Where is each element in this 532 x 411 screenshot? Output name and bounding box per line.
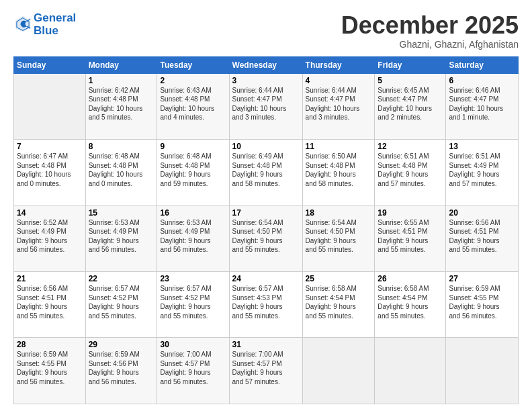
- day-cell: 25Sunrise: 6:58 AM Sunset: 4:54 PM Dayli…: [302, 272, 375, 338]
- day-info: Sunrise: 6:53 AM Sunset: 4:49 PM Dayligh…: [160, 218, 226, 255]
- day-info: Sunrise: 6:52 AM Sunset: 4:49 PM Dayligh…: [17, 218, 83, 255]
- day-cell: 6Sunrise: 6:46 AM Sunset: 4:47 PM Daylig…: [446, 73, 519, 139]
- day-cell: 10Sunrise: 6:49 AM Sunset: 4:48 PM Dayli…: [229, 140, 302, 205]
- title-block: December 2025 Ghazni, Ghazni, Afghanista…: [341, 12, 519, 50]
- day-header-sunday: Sunday: [14, 56, 86, 73]
- day-header-monday: Monday: [85, 56, 157, 73]
- week-row-5: 28Sunrise: 6:59 AM Sunset: 4:55 PM Dayli…: [14, 338, 519, 404]
- day-number: 31: [232, 340, 300, 349]
- day-number: 9: [160, 142, 226, 151]
- day-info: Sunrise: 6:59 AM Sunset: 4:55 PM Dayligh…: [449, 284, 515, 320]
- day-number: 24: [232, 274, 300, 283]
- day-number: 1: [89, 76, 154, 85]
- day-header-friday: Friday: [375, 56, 446, 73]
- day-cell: 22Sunrise: 6:57 AM Sunset: 4:52 PM Dayli…: [85, 272, 157, 338]
- day-cell: 3Sunrise: 6:44 AM Sunset: 4:47 PM Daylig…: [229, 73, 302, 139]
- location: Ghazni, Ghazni, Afghanistan: [341, 39, 519, 50]
- day-number: 22: [89, 274, 154, 283]
- day-info: Sunrise: 6:58 AM Sunset: 4:54 PM Dayligh…: [306, 284, 372, 320]
- day-cell: [375, 338, 446, 404]
- day-info: Sunrise: 6:51 AM Sunset: 4:48 PM Dayligh…: [378, 152, 443, 188]
- calendar-table: SundayMondayTuesdayWednesdayThursdayFrid…: [13, 56, 519, 404]
- day-info: Sunrise: 6:58 AM Sunset: 4:54 PM Dayligh…: [378, 284, 443, 320]
- day-number: 20: [449, 208, 515, 218]
- day-info: Sunrise: 6:54 AM Sunset: 4:50 PM Dayligh…: [232, 218, 300, 255]
- day-cell: 26Sunrise: 6:58 AM Sunset: 4:54 PM Dayli…: [375, 272, 446, 338]
- day-info: Sunrise: 6:59 AM Sunset: 4:55 PM Dayligh…: [17, 350, 83, 386]
- day-cell: 11Sunrise: 6:50 AM Sunset: 4:48 PM Dayli…: [302, 140, 375, 205]
- day-info: Sunrise: 6:56 AM Sunset: 4:51 PM Dayligh…: [17, 284, 83, 320]
- day-number: 5: [378, 76, 443, 85]
- day-cell: 8Sunrise: 6:48 AM Sunset: 4:48 PM Daylig…: [85, 140, 157, 205]
- logo-line2: Blue: [34, 25, 76, 38]
- day-header-thursday: Thursday: [302, 56, 375, 73]
- day-cell: 18Sunrise: 6:54 AM Sunset: 4:50 PM Dayli…: [302, 205, 375, 271]
- day-info: Sunrise: 6:51 AM Sunset: 4:49 PM Dayligh…: [449, 152, 515, 188]
- day-cell: [446, 338, 519, 404]
- day-cell: 12Sunrise: 6:51 AM Sunset: 4:48 PM Dayli…: [375, 140, 446, 205]
- day-number: 30: [160, 340, 226, 349]
- day-cell: 30Sunrise: 7:00 AM Sunset: 4:57 PM Dayli…: [157, 338, 229, 404]
- header: General Blue December 2025 Ghazni, Ghazn…: [13, 12, 519, 50]
- day-info: Sunrise: 7:00 AM Sunset: 4:57 PM Dayligh…: [232, 350, 300, 386]
- day-info: Sunrise: 6:42 AM Sunset: 4:48 PM Dayligh…: [89, 86, 154, 122]
- day-info: Sunrise: 6:46 AM Sunset: 4:47 PM Dayligh…: [449, 86, 515, 122]
- day-cell: 21Sunrise: 6:56 AM Sunset: 4:51 PM Dayli…: [14, 272, 86, 338]
- day-info: Sunrise: 6:56 AM Sunset: 4:51 PM Dayligh…: [449, 218, 515, 255]
- logo-icon: [13, 14, 32, 33]
- day-number: 13: [449, 142, 515, 151]
- day-number: 4: [306, 76, 372, 85]
- week-row-4: 21Sunrise: 6:56 AM Sunset: 4:51 PM Dayli…: [14, 272, 519, 338]
- calendar-header-row: SundayMondayTuesdayWednesdayThursdayFrid…: [14, 56, 519, 73]
- day-info: Sunrise: 6:50 AM Sunset: 4:48 PM Dayligh…: [306, 152, 372, 188]
- day-cell: 27Sunrise: 6:59 AM Sunset: 4:55 PM Dayli…: [446, 272, 519, 338]
- day-cell: 15Sunrise: 6:53 AM Sunset: 4:49 PM Dayli…: [85, 205, 157, 271]
- day-info: Sunrise: 6:49 AM Sunset: 4:48 PM Dayligh…: [232, 152, 300, 188]
- day-cell: 4Sunrise: 6:44 AM Sunset: 4:47 PM Daylig…: [302, 73, 375, 139]
- day-number: 6: [449, 76, 515, 85]
- day-cell: 20Sunrise: 6:56 AM Sunset: 4:51 PM Dayli…: [446, 205, 519, 271]
- page: General Blue December 2025 Ghazni, Ghazn…: [0, 0, 532, 411]
- day-header-saturday: Saturday: [446, 56, 519, 73]
- day-cell: 19Sunrise: 6:55 AM Sunset: 4:51 PM Dayli…: [375, 205, 446, 271]
- week-row-3: 14Sunrise: 6:52 AM Sunset: 4:49 PM Dayli…: [14, 205, 519, 271]
- day-number: 15: [89, 208, 154, 218]
- day-number: 25: [306, 274, 372, 283]
- day-number: 7: [17, 142, 83, 151]
- day-cell: 24Sunrise: 6:57 AM Sunset: 4:53 PM Dayli…: [229, 272, 302, 338]
- logo: General Blue: [13, 12, 76, 37]
- day-info: Sunrise: 6:54 AM Sunset: 4:50 PM Dayligh…: [306, 218, 372, 255]
- day-number: 18: [306, 208, 372, 218]
- day-cell: 14Sunrise: 6:52 AM Sunset: 4:49 PM Dayli…: [14, 205, 86, 271]
- day-info: Sunrise: 6:55 AM Sunset: 4:51 PM Dayligh…: [378, 218, 443, 255]
- day-info: Sunrise: 6:57 AM Sunset: 4:52 PM Dayligh…: [160, 284, 226, 320]
- week-row-2: 7Sunrise: 6:47 AM Sunset: 4:48 PM Daylig…: [14, 140, 519, 205]
- day-info: Sunrise: 6:47 AM Sunset: 4:48 PM Dayligh…: [17, 152, 83, 188]
- day-cell: 7Sunrise: 6:47 AM Sunset: 4:48 PM Daylig…: [14, 140, 86, 205]
- day-header-wednesday: Wednesday: [229, 56, 302, 73]
- day-number: 19: [378, 208, 443, 218]
- day-cell: 28Sunrise: 6:59 AM Sunset: 4:55 PM Dayli…: [14, 338, 86, 404]
- day-number: 21: [17, 274, 83, 283]
- day-info: Sunrise: 6:48 AM Sunset: 4:48 PM Dayligh…: [89, 152, 154, 188]
- day-info: Sunrise: 6:45 AM Sunset: 4:47 PM Dayligh…: [378, 86, 443, 122]
- day-number: 2: [160, 76, 226, 85]
- day-number: 17: [232, 208, 300, 218]
- day-cell: 9Sunrise: 6:48 AM Sunset: 4:48 PM Daylig…: [157, 140, 229, 205]
- day-cell: [302, 338, 375, 404]
- day-number: 16: [160, 208, 226, 218]
- day-cell: [14, 73, 86, 139]
- day-number: 28: [17, 340, 83, 349]
- day-info: Sunrise: 6:53 AM Sunset: 4:49 PM Dayligh…: [89, 218, 154, 255]
- day-info: Sunrise: 6:43 AM Sunset: 4:48 PM Dayligh…: [160, 86, 226, 122]
- day-cell: 1Sunrise: 6:42 AM Sunset: 4:48 PM Daylig…: [85, 73, 157, 139]
- day-header-tuesday: Tuesday: [157, 56, 229, 73]
- day-info: Sunrise: 6:59 AM Sunset: 4:56 PM Dayligh…: [89, 350, 154, 386]
- day-cell: 23Sunrise: 6:57 AM Sunset: 4:52 PM Dayli…: [157, 272, 229, 338]
- day-number: 14: [17, 208, 83, 218]
- day-number: 12: [378, 142, 443, 151]
- day-number: 10: [232, 142, 300, 151]
- day-number: 8: [89, 142, 154, 151]
- day-info: Sunrise: 6:57 AM Sunset: 4:53 PM Dayligh…: [232, 284, 300, 320]
- day-number: 3: [232, 76, 300, 85]
